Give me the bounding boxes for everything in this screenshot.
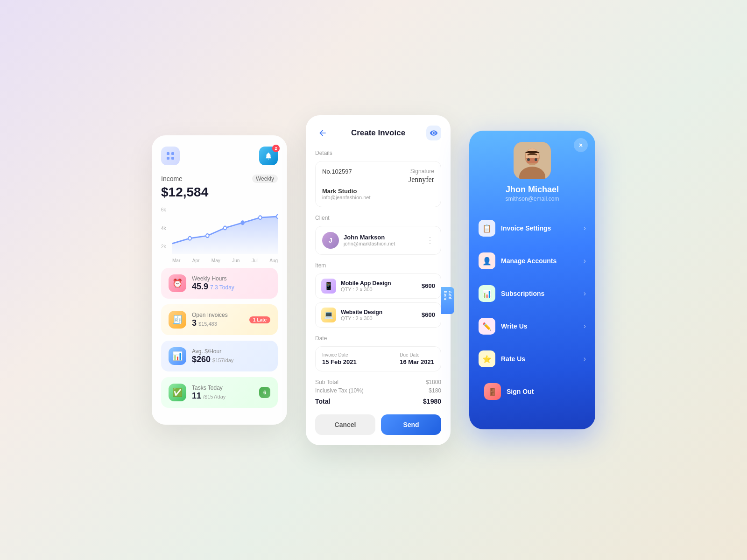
chevron-icon-2: › bbox=[584, 289, 586, 298]
manage-accounts-label: Manage Accounts bbox=[501, 257, 584, 265]
item-website-info: Website Design QTY : 2 x 300 bbox=[341, 309, 382, 321]
task-count-badge: 6 bbox=[259, 387, 270, 398]
client-card: J John Markson john@markfashion.net ⋮ bbox=[315, 226, 441, 255]
menu-item-write-us[interactable]: ✏️ Write Us › bbox=[473, 311, 592, 341]
client-more-options[interactable]: ⋮ bbox=[426, 235, 434, 245]
subtotal-val: $1800 bbox=[426, 379, 441, 385]
sign-out-label: Sign Out bbox=[507, 388, 534, 395]
svg-point-7 bbox=[241, 221, 244, 224]
tax-val: $180 bbox=[429, 387, 441, 394]
client-info: John Markson john@markfashion.net bbox=[344, 234, 395, 246]
item-website: 💻 Website Design QTY : 2 x 300 $600 bbox=[315, 302, 441, 328]
svg-point-9 bbox=[276, 215, 278, 218]
sign-out-item[interactable]: 🚪 Sign Out bbox=[479, 377, 586, 406]
rate-us-label: Rate Us bbox=[501, 355, 584, 363]
total-label: Total bbox=[315, 398, 330, 405]
notifications-icon[interactable]: 2 bbox=[259, 147, 278, 165]
late-badge: 1 Late bbox=[249, 316, 270, 323]
item-mobile-qty: QTY : 2 x 300 bbox=[341, 287, 391, 292]
action-buttons: Cancel Send bbox=[315, 414, 441, 435]
svg-rect-3 bbox=[171, 157, 174, 160]
close-button[interactable]: × bbox=[574, 138, 588, 152]
income-section: Income Weekly $12,584 bbox=[161, 175, 278, 200]
tax-label: Inclusive Tax (10%) bbox=[315, 387, 364, 394]
client-name: John Markson bbox=[344, 234, 395, 241]
menu-item-manage-accounts[interactable]: 👤 Manage Accounts › bbox=[473, 246, 592, 276]
x-axis-labels: Mar Apr May Jun Jul Aug bbox=[172, 258, 278, 263]
income-amount: $12,584 bbox=[161, 185, 278, 200]
panel-header: 2 bbox=[161, 147, 278, 165]
tasks-today-card: ✅ Tasks Today 11 /$157/day 6 bbox=[161, 377, 278, 408]
user-avatar bbox=[514, 142, 551, 179]
chevron-icon-3: › bbox=[584, 322, 586, 330]
item-mobile-info: Mobile App Design QTY : 2 x 300 bbox=[341, 280, 391, 292]
item-mobile-price: $600 bbox=[422, 282, 435, 289]
client-section-label: Client bbox=[315, 215, 441, 221]
eye-button[interactable] bbox=[426, 126, 441, 140]
invoice-date-val: 15 Feb 2021 bbox=[322, 358, 357, 365]
menu-item-invoice-settings[interactable]: 📋 Invoice Settings › bbox=[473, 213, 592, 243]
invoice-settings-label: Invoice Settings bbox=[501, 224, 584, 232]
studio-name: Mark Studio bbox=[322, 188, 434, 195]
svg-point-8 bbox=[259, 216, 262, 219]
manage-accounts-icon: 👤 bbox=[479, 252, 495, 269]
rate-us-icon: ⭐ bbox=[479, 350, 495, 367]
sign-out-icon: 🚪 bbox=[484, 383, 501, 400]
profile-name: Jhon Michael bbox=[506, 185, 559, 195]
open-invoices-icon: 🧾 bbox=[169, 311, 186, 329]
svg-rect-2 bbox=[167, 157, 169, 160]
grid-menu-icon[interactable] bbox=[161, 147, 180, 165]
chevron-icon-0: › bbox=[584, 224, 586, 232]
svg-point-4 bbox=[188, 237, 191, 240]
menu-item-rate-us[interactable]: ⭐ Rate Us › bbox=[473, 344, 592, 374]
date-section-label: Date bbox=[315, 335, 441, 342]
svg-point-15 bbox=[527, 158, 530, 161]
sign-out-section: 🚪 Sign Out bbox=[469, 377, 595, 418]
add-item-button[interactable]: Add Item bbox=[441, 287, 454, 314]
item-website-name: Website Design bbox=[341, 309, 382, 315]
invoice-title: Create Invoice bbox=[351, 128, 405, 138]
tasks-today-icon: ✅ bbox=[169, 384, 186, 401]
item-icon-website: 💻 bbox=[321, 308, 336, 322]
items-section: 📱 Mobile App Design QTY : 2 x 300 $600 💻… bbox=[315, 273, 441, 328]
avg-hour-info: Avg. $/Hour $260 $157/day bbox=[192, 348, 270, 364]
income-chart: 6k 4k 2k bbox=[161, 207, 278, 263]
right-panel: × Jhon Michael smithson@email.com bbox=[469, 131, 595, 429]
period-badge[interactable]: Weekly bbox=[252, 175, 278, 183]
detail-row-num-sig: No.102597 Signature Jennyfer bbox=[322, 168, 434, 184]
due-date-label: Due Date bbox=[400, 352, 434, 357]
svg-point-5 bbox=[206, 234, 209, 238]
left-panel: 2 Income Weekly $12,584 6k 4k 2k bbox=[152, 135, 287, 425]
back-button[interactable] bbox=[315, 126, 330, 140]
y-axis-labels: 6k 4k 2k bbox=[161, 207, 166, 249]
notification-badge: 2 bbox=[272, 145, 280, 152]
open-invoices-card: 🧾 Open Invoices 3 $15,483 1 Late bbox=[161, 304, 278, 335]
svg-rect-0 bbox=[167, 152, 169, 155]
due-date-group: Due Date 16 Mar 2021 bbox=[400, 352, 434, 365]
signature-label: Signature bbox=[409, 168, 434, 175]
cancel-button[interactable]: Cancel bbox=[315, 414, 375, 435]
item-website-qty: QTY : 2 x 300 bbox=[341, 315, 382, 321]
invoice-settings-icon: 📋 bbox=[479, 220, 495, 237]
total-row: Total $1980 bbox=[315, 398, 441, 405]
chevron-icon-4: › bbox=[584, 355, 586, 363]
send-button[interactable]: Send bbox=[381, 414, 441, 435]
details-section-label: Details bbox=[315, 150, 441, 156]
avg-hour-icon: 📊 bbox=[169, 347, 186, 365]
invoice-header: Create Invoice bbox=[315, 126, 441, 140]
write-us-icon: ✏️ bbox=[479, 318, 495, 335]
tax-row: Inclusive Tax (10%) $180 bbox=[315, 387, 441, 394]
subtotal-row: Sub Total $1800 bbox=[315, 379, 441, 385]
chevron-icon-1: › bbox=[584, 257, 586, 265]
invoice-detail-card: No.102597 Signature Jennyfer Mark Studio… bbox=[315, 161, 441, 207]
item-icon-mobile: 📱 bbox=[321, 279, 336, 294]
total-val: $1980 bbox=[423, 398, 441, 405]
invoice-date-label: Invoice Date bbox=[322, 352, 357, 357]
menu-item-subscriptions[interactable]: 📊 Subscriptions › bbox=[473, 279, 592, 308]
invoice-date-group: Invoice Date 15 Feb 2021 bbox=[322, 352, 357, 365]
invoice-number: No.102597 bbox=[322, 168, 352, 175]
profile-email: smithson@email.com bbox=[506, 196, 559, 202]
weekly-hours-icon: ⏰ bbox=[169, 274, 186, 292]
due-date-val: 16 Mar 2021 bbox=[400, 358, 434, 365]
item-mobile-name: Mobile App Design bbox=[341, 280, 391, 287]
